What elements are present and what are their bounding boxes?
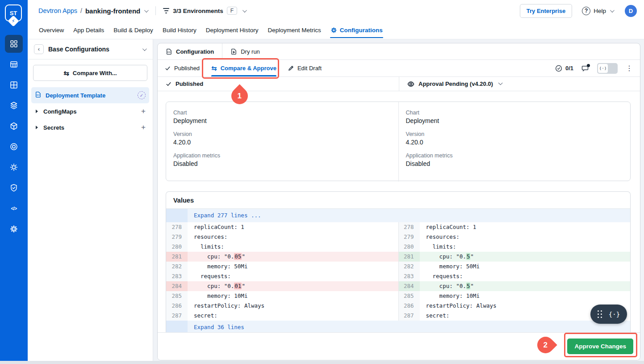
tab-configuration[interactable]: Configuration: [158, 43, 222, 59]
nav-global-configurations-icon[interactable]: [5, 158, 23, 176]
draft-mode-tabs: Published ⇆ Compare & Approve Edit Draft…: [158, 60, 640, 77]
nav-security-icon[interactable]: [5, 179, 23, 197]
diff-line-number: 287: [398, 311, 420, 321]
nav-code-icon[interactable]: </>: [5, 199, 23, 217]
tab-dry-run[interactable]: Dry run: [222, 43, 268, 59]
diff-code-line: cpu: "0.5": [420, 281, 631, 291]
try-enterprise-button[interactable]: Try Enterprise: [520, 4, 572, 18]
nav-apps-icon[interactable]: [5, 35, 23, 53]
workspace-footer: Approve Changes: [158, 332, 640, 360]
diff-code-line: replicaCount: 1: [420, 222, 631, 232]
drag-handle-icon[interactable]: [598, 310, 602, 318]
version-chevron-icon: [498, 80, 503, 85]
tab-app-details[interactable]: App Details: [73, 21, 105, 39]
values-card: Values Expand 277 lines ...278replicaCou…: [166, 191, 631, 332]
floating-editor-widget[interactable]: {·}: [590, 305, 627, 324]
expand-lines-bottom-link[interactable]: Expand 36 lines: [188, 321, 630, 332]
tab-published[interactable]: Published: [165, 60, 200, 76]
diff-code-line: memory: 10Mi: [188, 291, 398, 301]
add-secret-button[interactable]: +: [141, 123, 146, 132]
expand-caret-icon: [36, 126, 38, 129]
tab-configurations[interactable]: Configurations: [330, 21, 383, 39]
check-icon: [165, 65, 171, 71]
diff-code-line: memory: 50Mi: [188, 262, 398, 271]
help-menu[interactable]: ? Help: [582, 7, 613, 15]
expand-lines-top-link[interactable]: Expand 277 lines ...: [188, 209, 630, 222]
sidebar-item-configmaps[interactable]: ConfigMaps +: [31, 103, 149, 119]
diff-line-number: 282: [166, 262, 188, 271]
breadcrumb-root-link[interactable]: Devtron Apps: [38, 7, 77, 14]
diff-line-number: 279: [166, 232, 188, 242]
nav-bulk-edit-icon[interactable]: [5, 138, 23, 156]
shortcut-key-badge: F: [227, 7, 237, 15]
diff-code-line: resources:: [188, 232, 398, 242]
diff-line-number: 285: [398, 291, 420, 301]
nav-resource-browser-icon[interactable]: [5, 117, 23, 135]
code-brackets-icon: (·): [598, 64, 608, 73]
environment-selector[interactable]: 3/3 Environments F: [163, 7, 246, 15]
compare-content: ChartDeployment Version4.20.0 Applicatio…: [158, 91, 640, 332]
pencil-icon: [288, 65, 294, 71]
comments-button[interactable]: [581, 65, 589, 72]
file-code-icon: [35, 91, 42, 99]
user-avatar[interactable]: D: [625, 5, 637, 17]
nav-chart-store-icon[interactable]: [5, 97, 23, 114]
swap-arrows-icon: ⇆: [211, 65, 217, 72]
check-circle-icon: [555, 65, 562, 72]
comment-badge-dot: [587, 64, 590, 67]
compare-with-button[interactable]: ⇆ Compare With...: [33, 65, 147, 81]
nav-jobs-icon[interactable]: [5, 55, 23, 73]
meta-left-pane: ChartDeployment Version4.20.0 Applicatio…: [166, 102, 398, 182]
diff-line-number: 286: [166, 301, 188, 311]
file-play-icon: [230, 48, 237, 55]
tab-overview[interactable]: Overview: [38, 21, 64, 39]
swap-arrows-icon: ⇆: [63, 70, 69, 76]
check-icon: [166, 81, 171, 87]
sidebar-item-secrets[interactable]: Secrets +: [31, 119, 149, 135]
tab-build-history[interactable]: Build History: [162, 21, 197, 39]
approve-changes-button[interactable]: Approve Changes: [567, 339, 633, 354]
approval-pending-icon: ✓: [138, 91, 146, 99]
code-braces-icon: {·}: [609, 311, 620, 318]
scope-chevron-icon[interactable]: [142, 47, 147, 51]
diff-line-number: 278: [166, 222, 188, 232]
file-config-icon: [166, 48, 172, 55]
top-header: Devtron Apps / banking-frontend 3/3 Envi…: [28, 0, 644, 39]
approval-pending-pane-header[interactable]: Approval Pending (v4.20.0): [399, 77, 640, 91]
kebab-menu-icon[interactable]: ⋮: [626, 65, 633, 72]
diff-line-number: 281: [166, 252, 188, 262]
diff-line-number: 278: [398, 222, 420, 232]
tab-edit-draft[interactable]: Edit Draft: [288, 60, 322, 76]
diff-code-line: cpu: "0.5": [420, 252, 631, 262]
help-question-icon: ?: [582, 7, 590, 15]
devtron-app-window: ST ⚡ </> De: [0, 0, 644, 364]
diff-code-line: replicaCount: 1: [188, 222, 398, 232]
nav-application-groups-icon[interactable]: [5, 76, 23, 94]
environment-chevron-icon: [243, 8, 247, 13]
published-pane-header: Published: [158, 77, 399, 91]
approval-count[interactable]: 0/1: [555, 65, 573, 72]
diff-line-number: 282: [398, 262, 420, 271]
back-button[interactable]: ‹: [34, 44, 44, 54]
app-nav-tabs: Overview App Details Build & Deploy Buil…: [28, 21, 644, 39]
diff-code-line: resources:: [420, 232, 631, 242]
code-view-toggle[interactable]: (·): [597, 63, 618, 74]
expand-lines-bottom-link-gutter: [166, 321, 188, 332]
diff-line-number: 279: [398, 232, 420, 242]
workspace-tabs: Configuration Dry run: [158, 43, 640, 60]
tab-build-deploy[interactable]: Build & Deploy: [113, 21, 154, 39]
tab-compare-and-approve[interactable]: ⇆ Compare & Approve: [211, 60, 276, 76]
app-switcher-chevron-icon[interactable]: [144, 8, 149, 13]
meta-right-pane: ChartDeployment Version4.20.0 Applicatio…: [398, 102, 631, 182]
tab-deployment-history[interactable]: Deployment History: [205, 21, 259, 39]
devtron-logo[interactable]: ST ⚡: [5, 4, 23, 25]
diff-code-line: memory: 10Mi: [420, 291, 631, 301]
sidebar-item-deployment-template[interactable]: Deployment Template ✓: [31, 87, 149, 103]
diff-line-number: 280: [166, 242, 188, 252]
tab-deployment-metrics[interactable]: Deployment Metrics: [267, 21, 321, 39]
diff-code-line: secret:: [188, 311, 398, 321]
add-configmap-button[interactable]: +: [141, 107, 146, 116]
nav-settings-icon[interactable]: [5, 220, 23, 238]
diff-code-line: requests:: [188, 271, 398, 281]
diff-code-line: cpu: "0.01": [188, 281, 398, 291]
